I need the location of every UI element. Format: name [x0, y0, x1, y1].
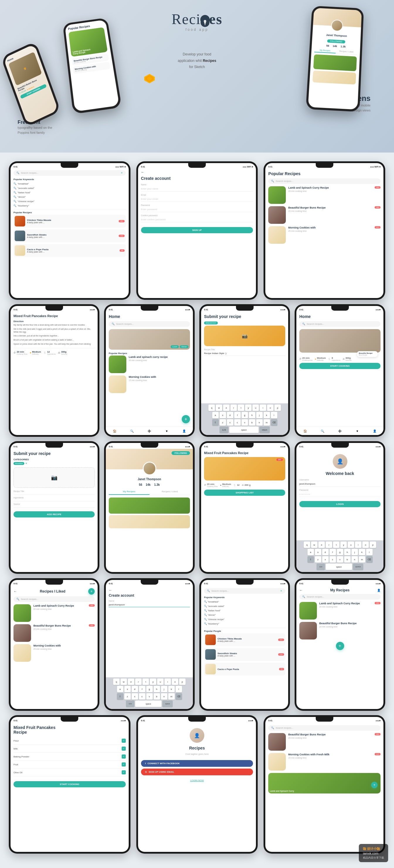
phone-ingredients-list: 9:41 ●●●■ Mixed Fruit PancakesRecipe Flo… [9, 715, 130, 854]
recipe-title-input[interactable]: Recipe Indian Style :) [204, 351, 285, 356]
search-input[interactable]: 🔍Search recipes... [268, 725, 381, 731]
keyword-blueberry-2[interactable]: 🔍 "blueberry" [204, 622, 285, 626]
photo-upload[interactable]: 📷 [13, 467, 95, 488]
notch [188, 163, 206, 168]
tab-search[interactable]: 🔍 [130, 429, 134, 433]
follow-button[interactable]: FOLLOWING [171, 451, 190, 455]
recipe-liked-burger[interactable]: Beautiful Burger Buns Recipe 20 min cook… [13, 624, 95, 642]
name-input[interactable]: janet.thompson [109, 602, 190, 607]
login-btn[interactable]: LOGIN [299, 501, 381, 507]
recipe-search-cookies[interactable]: Morning Cookies with Fresh Milk 15 min c… [268, 753, 381, 771]
search-input[interactable]: 🔍Search recipes... [13, 596, 95, 602]
ingredient-flour[interactable]: Flour✓ [13, 737, 126, 745]
fab-btn[interactable]: + [88, 588, 95, 595]
category-selector[interactable]: Breakfast ▼ [13, 462, 95, 465]
search-input[interactable]: 🔍Search recipes... [109, 321, 190, 327]
keyword-dinner[interactable]: 🔍 "dinner" [13, 195, 126, 199]
keyword-breakfast[interactable]: 🔍 "breakfast" [13, 182, 126, 186]
fab-button[interactable]: + [182, 415, 190, 423]
ingredient-baking[interactable]: Baking Powder✓ [13, 753, 126, 761]
tab-favorites[interactable]: ♥ [164, 429, 169, 433]
profile-stats: 56 14k 1.3k [109, 483, 190, 486]
source-input[interactable] [13, 506, 95, 508]
search-input[interactable]: 🔍Search recipes... [268, 178, 381, 184]
keyboard[interactable]: qwertyuiop asdfghjkl ⇧zxcvbnm⌫ 123 space… [106, 677, 193, 709]
back-button[interactable]: ← [141, 170, 253, 174]
password-input[interactable]: •••••••• [299, 492, 381, 497]
ingredient-olive[interactable]: Olive Oil✓ [13, 769, 126, 776]
back-btn[interactable]: ← [13, 589, 17, 593]
search-input[interactable]: 🔍Search recipes... ✕ [204, 588, 285, 594]
recipe-swordfish-2[interactable]: Swordfish SteaksA tasty plate with ... 1… [204, 648, 285, 661]
recipe-grid-item-1[interactable] [109, 497, 190, 514]
search-input[interactable]: 🔍Search recipes... ✕ [13, 170, 126, 176]
ingredient-fruit[interactable]: Fruit✓ [13, 761, 126, 769]
keyword-chinese-2[interactable]: 🔍 "chinese recipe" [204, 617, 285, 622]
google-btn[interactable]: GSIGN UP USING EMAIL [141, 769, 253, 775]
recipe-row-swordfish[interactable]: Swordfish SteaksA tasty plate with ... 1… [13, 229, 126, 242]
signup-button[interactable]: SIGN UP [141, 227, 253, 233]
recipe-search-burger[interactable]: Beautiful Burger Buns Recipe 20 min cook… [268, 733, 381, 751]
keyword-italian[interactable]: 🔍 "italian food" [13, 190, 126, 195]
username-input[interactable]: janet.thompson [299, 482, 381, 487]
name-input[interactable]: Enter your name [141, 186, 253, 191]
featured-recipe-img: Lamb and Spinach Curry [268, 773, 381, 794]
back-btn[interactable]: ← [109, 588, 190, 592]
keyword-chinese[interactable]: 🔍 "chinese recipe" [13, 199, 126, 204]
tab-home[interactable]: 🏠 [303, 429, 307, 433]
keyboard[interactable]: qwertyuiop asdfghjkl ⇧zxcvbnm⌫ 123 space… [296, 540, 384, 572]
search-input[interactable]: 🔍Search recipes... [299, 594, 381, 599]
fab-my-recipes[interactable]: + [336, 642, 344, 650]
recipe-liked-cookies[interactable]: Morning Cookies with 25 min cooking time [13, 644, 95, 662]
tab-recipes-liked[interactable]: Recipes I Liked [150, 489, 190, 495]
recipe-row-cacio[interactable]: Cacio e Pepe PastaA tasty plate with ...… [13, 244, 126, 257]
keyword-avocado[interactable]: 🔍 "avocado salad" [13, 186, 126, 190]
tab-home[interactable]: 🏠 [112, 429, 117, 433]
recipe-my-burger[interactable]: Beautiful Burger Buns Recipe 20 min cook… [299, 622, 381, 640]
password-input[interactable]: Enter password [141, 207, 253, 212]
email-input[interactable]: Enter your email [141, 196, 253, 202]
fab-search[interactable]: + [371, 782, 377, 788]
phone-create-account-keyboard: 9:41 ●●●■ ← Create account Name janet.th… [104, 578, 195, 711]
phone-search-keywords: 9:41 ●●● WiFi ■ 🔍Search recipes... ✕ Pop… [9, 161, 130, 300]
recipe-cacio-2[interactable]: Cacio e Pepe Pasta 96 [204, 663, 285, 676]
recipe-tikka-2[interactable]: Chicken Tikka MasalaA tasty plate with .… [204, 633, 285, 646]
start-cooking-btn[interactable]: START COOKING [299, 363, 381, 369]
tab-add[interactable]: ➕ [147, 429, 152, 433]
back-btn-myrecipes[interactable]: ← [299, 588, 303, 592]
tab-profile[interactable]: 👤 [372, 429, 377, 433]
start-cooking-btn[interactable]: START COOKING [13, 781, 126, 787]
keyboard[interactable]: qwertyuiop asdfghjkl ⇧zxcvbnm⌫ 123 space… [201, 403, 288, 435]
tab-favorites[interactable]: ♥ [355, 429, 360, 433]
confirm-input[interactable]: Enter confirm password [141, 217, 253, 222]
recipe-item-lamb-home[interactable]: Lamb and spinach curry recipe 20 min coo… [109, 355, 190, 373]
recipe-item-lamb[interactable]: Lamb and Spinach Curry Recipe 20 min coo… [268, 186, 381, 204]
svg-rect-2 [205, 20, 206, 24]
sketch-diamond-icon [144, 73, 155, 85]
recipe-my-lamb[interactable]: Lamb and Spinach Curry Recipe 20 min coo… [299, 602, 381, 620]
keyword-avocado-2[interactable]: 🔍 "avocado salad" [204, 604, 285, 609]
recipe-grid-item-2[interactable] [109, 515, 190, 528]
keyword-blueberry[interactable]: 🔍 "blueberry" [13, 204, 126, 208]
keyword-italian-2[interactable]: 🔍 "italian food" [204, 609, 285, 613]
recipe-row-tikka[interactable]: Chicken Tikka MasalaA tasty plate with .… [13, 215, 126, 228]
recipe-title-input[interactable] [13, 493, 95, 495]
add-recipe-btn[interactable]: ADD RECIPE [13, 511, 95, 518]
tab-search[interactable]: 🔍 [320, 429, 325, 433]
search-input[interactable]: 🔍Search recipes... [299, 321, 381, 327]
login-now-link[interactable]: LOGIN NOW [190, 779, 204, 782]
recipe-item-cookies-home[interactable]: Morning Cookies with 15 min cooking time [109, 375, 190, 393]
recipe-item-cookies[interactable]: Morning Cookies with 25 min cooking time… [268, 226, 381, 244]
facebook-btn[interactable]: fCONNECT WITH FACEBOOK [141, 760, 253, 767]
tab-my-recipes[interactable]: My Recipes [109, 489, 150, 495]
recipe-item-burger[interactable]: Beautiful Burger Buns Recipe 20 min cook… [268, 206, 381, 224]
ingredient-milk[interactable]: Milk✓ [13, 745, 126, 753]
shopping-list-btn[interactable]: SHOPPING LIST [204, 490, 285, 496]
keyword-breakfast-2[interactable]: 🔍 "breakfast" [204, 599, 285, 604]
recipe-liked-lamb[interactable]: Lamb and Spinach Curry Recipe 20 min coo… [13, 604, 95, 622]
tab-add[interactable]: ➕ [337, 429, 342, 433]
notch [61, 163, 78, 168]
keyword-dinner-2[interactable]: 🔍 "dinner" [204, 613, 285, 617]
tab-profile[interactable]: 👤 [182, 429, 187, 433]
ingredients-input[interactable] [13, 499, 95, 501]
